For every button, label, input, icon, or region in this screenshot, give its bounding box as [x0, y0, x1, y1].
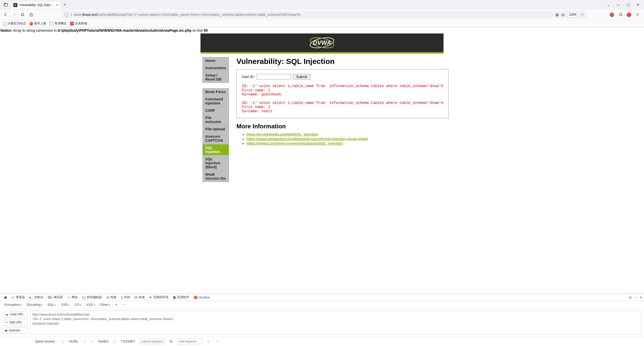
- tab-title: Vulnerability: SQL Injection ::: [19, 3, 54, 7]
- sidebar-item-instructions[interactable]: Instructions: [203, 64, 229, 71]
- notice-path: D:\phpStudy\PHPTutorial\WWW\DVWA-master\…: [58, 28, 191, 32]
- notice-msg2: on line: [191, 28, 204, 32]
- qr-icon[interactable]: ▦: [555, 13, 559, 17]
- folder-icon: [3, 22, 7, 25]
- firefox-icon: [29, 22, 33, 25]
- toolbar-right: 🟤 🔴 ≡: [609, 12, 641, 17]
- jd-icon: JD: [70, 22, 74, 25]
- page-title: Vulnerability: SQL Injection: [236, 57, 449, 66]
- bookmark-item[interactable]: 常用网址: [50, 21, 67, 26]
- sidebar-item-weak-session-ids[interactable]: Weak Session IDs: [203, 171, 229, 182]
- info-links-list: https://en.wikipedia.org/wiki/SQL_inject…: [236, 132, 449, 145]
- tabs-dropdown-icon[interactable]: ⌄: [606, 2, 611, 8]
- sidebar-item-setup[interactable]: Setup / Reset DB: [203, 72, 229, 83]
- notice-line: 59: [204, 28, 208, 32]
- back-button[interactable]: [3, 12, 9, 18]
- url-path: /vulnerabilities/sqli/?id=-1'+union+sele…: [97, 13, 300, 17]
- close-window-button[interactable]: ✕: [635, 2, 640, 8]
- sidebar-item-home[interactable]: Home: [203, 57, 229, 64]
- bookmark-star-icon[interactable]: ☆: [581, 12, 584, 17]
- url-text: www.dvwa.test/vulnerabilities/sqli/?id=-…: [74, 13, 553, 17]
- sidebar-group-1: Home Instructions Setup / Reset DB: [203, 57, 229, 83]
- more-info-heading: More Information: [236, 123, 449, 130]
- window-controls: ⌄ — ▢ ✕: [606, 2, 643, 8]
- folder-icon: [50, 22, 53, 25]
- extensions-icon[interactable]: [618, 12, 623, 17]
- new-tab-button[interactable]: +: [61, 2, 69, 8]
- page-viewport[interactable]: Notice: Array to string conversion in D:…: [0, 27, 644, 294]
- notice-label: Notice: [1, 28, 11, 32]
- browser-tab[interactable]: ◆ Vulnerability: SQL Injection :: ×: [11, 1, 61, 9]
- notice-msg: : Array to string conversion in: [11, 28, 58, 32]
- sidebar: Home Instructions Setup / Reset DB Brute…: [203, 57, 229, 187]
- tab-favicon: ◆: [13, 3, 17, 7]
- recent-tabs-button[interactable]: [1, 3, 11, 7]
- svg-rect-1: [5, 4, 8, 6]
- main-content: Vulnerability: SQL Injection User ID: Su…: [236, 57, 449, 187]
- info-link[interactable]: https://owasp.org/www-community/attacks/…: [247, 141, 343, 145]
- forward-button[interactable]: [11, 12, 17, 18]
- dvwa-body: Home Instructions Setup / Reset DB Brute…: [200, 54, 444, 191]
- nav-bar: ◯ ⧵ www.dvwa.test/vulnerabilities/sqli/?…: [0, 10, 644, 20]
- home-button[interactable]: [28, 12, 34, 18]
- reload-button[interactable]: [20, 12, 26, 18]
- url-prefix: www.: [74, 13, 82, 17]
- bookmark-label: 火狐官方站点: [8, 21, 26, 26]
- form-row: User ID: Submit: [242, 74, 443, 80]
- zoom-badge[interactable]: 120%: [567, 12, 578, 17]
- sidebar-item-command-injection[interactable]: Command Injection: [203, 96, 229, 107]
- bookmark-label: 常用网址: [55, 21, 67, 26]
- list-item: https://owasp.org/www-community/attacks/…: [247, 141, 449, 145]
- sidebar-item-sql-injection[interactable]: SQL Injection: [203, 144, 229, 155]
- tab-bar: ◆ Vulnerability: SQL Injection :: × + ⌄ …: [0, 0, 644, 10]
- bookmarks-bar: 火狐官方站点 新手上路 常用网址 JD京东商城: [0, 20, 644, 27]
- submit-button[interactable]: Submit: [293, 74, 310, 80]
- lock-icon[interactable]: ⧵: [70, 13, 72, 17]
- bookmark-item[interactable]: 火狐官方站点: [3, 21, 26, 26]
- sqli-form-box: User ID: Submit ID: -1' union select 1,t…: [236, 69, 449, 118]
- php-notice: Notice: Array to string conversion in D:…: [0, 27, 644, 33]
- url-bar[interactable]: ◯ ⧵ www.dvwa.test/vulnerabilities/sqli/?…: [62, 11, 587, 18]
- info-link[interactable]: https://www.netsparker.com/blog/web-secu…: [247, 137, 368, 141]
- maximize-button[interactable]: ▢: [626, 2, 631, 8]
- sidebar-item-brute-force[interactable]: Brute Force: [203, 88, 229, 95]
- list-item: https://en.wikipedia.org/wiki/SQL_inject…: [247, 132, 449, 136]
- minimize-button[interactable]: —: [616, 2, 621, 8]
- dvwa-header: DVWA: [200, 33, 444, 54]
- browser-chrome: ◆ Vulnerability: SQL Injection :: × + ⌄ …: [0, 0, 644, 27]
- sidebar-item-file-upload[interactable]: File Upload: [203, 126, 229, 133]
- user-id-input[interactable]: [257, 74, 291, 80]
- devtools-panel: ▣ ▭查看器 ▸_控制台 ⌦调试器 ↑↓网络 { }样式编辑器 ◷性能 ▯内存 …: [0, 294, 644, 294]
- tab-close-icon[interactable]: ×: [56, 3, 58, 7]
- list-item: https://www.netsparker.com/blog/web-secu…: [247, 137, 449, 141]
- sidebar-group-2: Brute Force Command Injection CSRF File …: [203, 88, 229, 182]
- bookmark-item[interactable]: JD京东商城: [70, 21, 87, 26]
- extension-icon-1[interactable]: 🟤: [609, 12, 614, 17]
- dvwa-logo: DVWA: [307, 36, 337, 49]
- svg-text:DVWA: DVWA: [313, 39, 331, 46]
- extension-icon-2[interactable]: 🔴: [626, 12, 631, 17]
- sidebar-item-file-inclusion[interactable]: File Inclusion: [203, 114, 229, 125]
- recent-icon: [4, 3, 8, 7]
- url-bar-right: ▦ ▤ 120% ☆: [555, 12, 584, 17]
- sidebar-item-sql-injection-blind[interactable]: SQL Injection (Blind): [203, 156, 229, 171]
- sidebar-item-csrf[interactable]: CSRF: [203, 107, 229, 114]
- info-link[interactable]: https://en.wikipedia.org/wiki/SQL_inject…: [247, 132, 318, 136]
- user-id-label: User ID:: [242, 75, 255, 79]
- app-menu-button[interactable]: ≡: [635, 12, 640, 17]
- url-host: dvwa.test: [82, 13, 97, 17]
- dvwa-container: DVWA Home Instructions Setup / Reset DB …: [200, 33, 444, 191]
- sidebar-item-insecure-captcha[interactable]: Insecure CAPTCHA: [203, 133, 229, 144]
- bookmark-label: 京东商城: [75, 21, 87, 26]
- sql-output: ID: -1' union select 1,table_name from i…: [242, 84, 443, 113]
- bookmark-item[interactable]: 新手上路: [29, 21, 46, 26]
- reader-icon[interactable]: ▤: [561, 13, 565, 17]
- bookmark-label: 新手上路: [34, 21, 46, 26]
- shield-icon[interactable]: ◯: [64, 13, 68, 17]
